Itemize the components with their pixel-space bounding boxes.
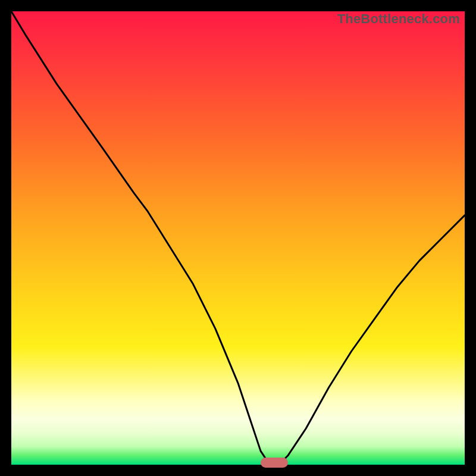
optimal-marker bbox=[261, 458, 288, 468]
plot-area: TheBottleneck.com bbox=[11, 11, 465, 465]
curve-path bbox=[11, 11, 465, 465]
chart-frame: TheBottleneck.com bbox=[0, 0, 476, 476]
bottleneck-curve bbox=[11, 11, 465, 465]
